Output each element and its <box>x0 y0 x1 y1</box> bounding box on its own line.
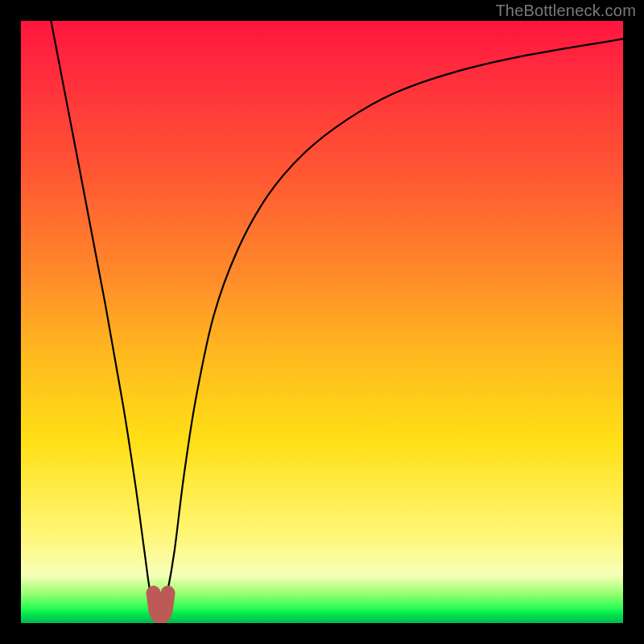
bottleneck-curve-line <box>51 21 623 613</box>
chart-frame: TheBottleneck.com <box>0 0 644 644</box>
chart-plot-area <box>21 21 623 623</box>
watermark-text: TheBottleneck.com <box>495 2 636 20</box>
chart-svg <box>21 21 623 623</box>
minimum-marker-shape <box>154 593 168 617</box>
